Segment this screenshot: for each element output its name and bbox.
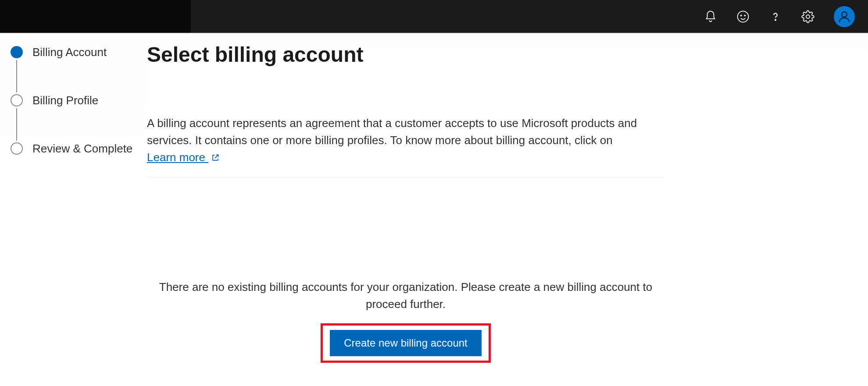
step-billing-account[interactable]: Billing Account [11, 44, 147, 60]
settings-gear-icon[interactable] [801, 10, 814, 23]
account-avatar[interactable] [834, 6, 855, 27]
svg-point-0 [738, 11, 749, 22]
step-label: Billing Account [32, 46, 107, 59]
step-indicator-icon [11, 94, 23, 106]
empty-state-message: There are no existing billing accounts f… [147, 279, 664, 313]
create-new-billing-account-button[interactable]: Create new billing account [330, 330, 482, 356]
feedback-smiley-icon[interactable] [736, 10, 750, 23]
step-billing-profile[interactable]: Billing Profile [11, 92, 147, 108]
svg-point-3 [775, 19, 776, 20]
svg-point-4 [806, 15, 810, 18]
tutorial-highlight-box: Create new billing account [321, 323, 491, 363]
topbar [0, 0, 868, 33]
step-connector [16, 108, 17, 141]
learn-more-link[interactable]: Learn more [147, 151, 220, 164]
wizard-stepper: Billing Account Billing Profile Review &… [0, 34, 147, 386]
step-indicator-icon [11, 46, 23, 58]
step-review-complete[interactable]: Review & Complete [11, 141, 147, 156]
svg-point-2 [744, 15, 745, 16]
topbar-actions [704, 6, 855, 27]
svg-point-5 [842, 12, 847, 17]
step-connector [16, 60, 17, 92]
billing-account-description: A billing account represents an agreemen… [147, 115, 664, 167]
empty-state: There are no existing billing accounts f… [147, 279, 664, 363]
step-indicator-icon [11, 142, 23, 155]
description-text: A billing account represents an agreemen… [147, 117, 637, 147]
page-body: Billing Account Billing Profile Review &… [0, 33, 868, 386]
step-label: Billing Profile [32, 94, 98, 107]
topbar-brand-area [0, 0, 191, 33]
external-link-icon [211, 150, 220, 167]
notifications-icon[interactable] [704, 10, 717, 23]
section-divider [147, 177, 664, 178]
page-title: Select billing account [147, 42, 842, 67]
svg-point-1 [741, 15, 742, 16]
step-label: Review & Complete [32, 142, 132, 156]
learn-more-label: Learn more [147, 151, 205, 164]
main-content: Select billing account A billing account… [147, 34, 868, 386]
help-icon[interactable] [769, 10, 782, 23]
